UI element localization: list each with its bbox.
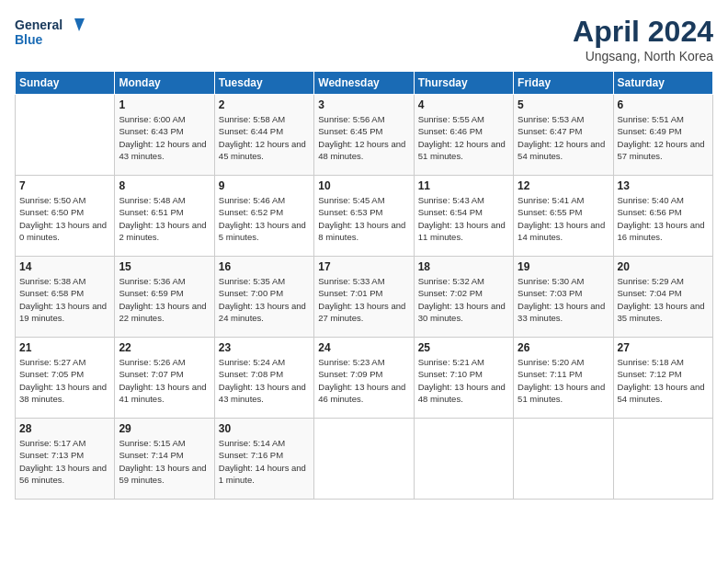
calendar-cell: 4 Sunrise: 5:55 AMSunset: 6:46 PMDayligh… — [414, 95, 513, 176]
location-subtitle: Ungsang, North Korea — [573, 49, 713, 63]
week-row-0: 1 Sunrise: 6:00 AMSunset: 6:43 PMDayligh… — [16, 95, 713, 176]
day-number: 10 — [318, 179, 409, 192]
calendar-cell: 6 Sunrise: 5:51 AMSunset: 6:49 PMDayligh… — [613, 95, 712, 176]
cell-info: Sunrise: 5:17 AMSunset: 7:13 PMDaylight:… — [19, 437, 110, 486]
cell-info: Sunrise: 5:21 AMSunset: 7:10 PMDaylight:… — [418, 356, 509, 405]
calendar-cell: 16 Sunrise: 5:35 AMSunset: 7:00 PMDaylig… — [214, 257, 313, 338]
calendar-cell: 5 Sunrise: 5:53 AMSunset: 6:47 PMDayligh… — [514, 95, 613, 176]
cell-info: Sunrise: 5:53 AMSunset: 6:47 PMDaylight:… — [518, 113, 609, 162]
day-number: 23 — [219, 341, 310, 354]
day-number: 16 — [219, 260, 310, 273]
cell-info: Sunrise: 5:26 AMSunset: 7:07 PMDaylight:… — [119, 356, 210, 405]
calendar-cell — [314, 419, 414, 500]
header-day-saturday: Saturday — [613, 72, 712, 95]
day-number: 15 — [119, 260, 210, 273]
calendar-cell: 11 Sunrise: 5:43 AMSunset: 6:54 PMDaylig… — [414, 176, 513, 257]
day-number: 17 — [318, 260, 409, 273]
cell-info: Sunrise: 5:29 AMSunset: 7:04 PMDaylight:… — [618, 275, 709, 324]
day-number: 8 — [119, 179, 210, 192]
calendar-cell: 25 Sunrise: 5:21 AMSunset: 7:10 PMDaylig… — [414, 338, 513, 419]
day-number: 6 — [618, 98, 709, 111]
day-number: 4 — [418, 98, 509, 111]
cell-info: Sunrise: 5:48 AMSunset: 6:51 PMDaylight:… — [119, 194, 210, 243]
calendar-cell: 2 Sunrise: 5:58 AMSunset: 6:44 PMDayligh… — [214, 95, 313, 176]
calendar-cell: 28 Sunrise: 5:17 AMSunset: 7:13 PMDaylig… — [16, 419, 115, 500]
calendar-cell: 26 Sunrise: 5:20 AMSunset: 7:11 PMDaylig… — [514, 338, 613, 419]
day-number: 21 — [19, 341, 110, 354]
cell-info: Sunrise: 5:56 AMSunset: 6:45 PMDaylight:… — [318, 113, 409, 162]
calendar-cell: 3 Sunrise: 5:56 AMSunset: 6:45 PMDayligh… — [314, 95, 414, 176]
cell-info: Sunrise: 5:50 AMSunset: 6:50 PMDaylight:… — [19, 194, 110, 243]
day-number: 22 — [119, 341, 210, 354]
cell-info: Sunrise: 5:23 AMSunset: 7:09 PMDaylight:… — [318, 356, 409, 405]
day-number: 25 — [418, 341, 509, 354]
day-number: 12 — [518, 179, 609, 192]
calendar-cell: 30 Sunrise: 5:14 AMSunset: 7:16 PMDaylig… — [214, 419, 313, 500]
day-number: 20 — [618, 260, 709, 273]
calendar-cell: 27 Sunrise: 5:18 AMSunset: 7:12 PMDaylig… — [613, 338, 712, 419]
week-row-4: 28 Sunrise: 5:17 AMSunset: 7:13 PMDaylig… — [16, 419, 713, 500]
day-number: 18 — [418, 260, 509, 273]
day-number: 19 — [518, 260, 609, 273]
calendar-cell — [16, 95, 115, 176]
header-day-friday: Friday — [514, 72, 613, 95]
cell-info: Sunrise: 5:24 AMSunset: 7:08 PMDaylight:… — [219, 356, 310, 405]
cell-info: Sunrise: 5:58 AMSunset: 6:44 PMDaylight:… — [219, 113, 310, 162]
calendar-cell: 18 Sunrise: 5:32 AMSunset: 7:02 PMDaylig… — [414, 257, 513, 338]
calendar-cell: 22 Sunrise: 5:26 AMSunset: 7:07 PMDaylig… — [115, 338, 214, 419]
page-header: General Blue April 2024 Ungsang, North K… — [15, 15, 713, 63]
day-number: 11 — [418, 179, 509, 192]
header-day-tuesday: Tuesday — [214, 72, 313, 95]
calendar-cell: 29 Sunrise: 5:15 AMSunset: 7:14 PMDaylig… — [115, 419, 214, 500]
svg-text:Blue: Blue — [15, 32, 43, 47]
cell-info: Sunrise: 5:43 AMSunset: 6:54 PMDaylight:… — [418, 194, 509, 243]
svg-text:General: General — [15, 17, 63, 32]
cell-info: Sunrise: 5:46 AMSunset: 6:52 PMDaylight:… — [219, 194, 310, 243]
cell-info: Sunrise: 5:41 AMSunset: 6:55 PMDaylight:… — [518, 194, 609, 243]
day-number: 7 — [19, 179, 110, 192]
cell-info: Sunrise: 5:40 AMSunset: 6:56 PMDaylight:… — [618, 194, 709, 243]
calendar-cell: 24 Sunrise: 5:23 AMSunset: 7:09 PMDaylig… — [314, 338, 414, 419]
calendar-cell: 17 Sunrise: 5:33 AMSunset: 7:01 PMDaylig… — [314, 257, 414, 338]
calendar-cell: 12 Sunrise: 5:41 AMSunset: 6:55 PMDaylig… — [514, 176, 613, 257]
cell-info: Sunrise: 5:33 AMSunset: 7:01 PMDaylight:… — [318, 275, 409, 324]
cell-info: Sunrise: 5:20 AMSunset: 7:11 PMDaylight:… — [518, 356, 609, 405]
calendar-table: SundayMondayTuesdayWednesdayThursdayFrid… — [15, 71, 713, 500]
week-row-3: 21 Sunrise: 5:27 AMSunset: 7:05 PMDaylig… — [16, 338, 713, 419]
cell-info: Sunrise: 5:51 AMSunset: 6:49 PMDaylight:… — [618, 113, 709, 162]
week-row-1: 7 Sunrise: 5:50 AMSunset: 6:50 PMDayligh… — [16, 176, 713, 257]
cell-info: Sunrise: 5:30 AMSunset: 7:03 PMDaylight:… — [518, 275, 609, 324]
day-number: 26 — [518, 341, 609, 354]
cell-info: Sunrise: 5:18 AMSunset: 7:12 PMDaylight:… — [618, 356, 709, 405]
day-number: 28 — [19, 422, 110, 435]
calendar-cell: 21 Sunrise: 5:27 AMSunset: 7:05 PMDaylig… — [16, 338, 115, 419]
title-block: April 2024 Ungsang, North Korea — [573, 15, 713, 63]
cell-info: Sunrise: 5:45 AMSunset: 6:53 PMDaylight:… — [318, 194, 409, 243]
day-number: 9 — [219, 179, 310, 192]
header-day-wednesday: Wednesday — [314, 72, 414, 95]
week-row-2: 14 Sunrise: 5:38 AMSunset: 6:58 PMDaylig… — [16, 257, 713, 338]
cell-info: Sunrise: 5:27 AMSunset: 7:05 PMDaylight:… — [19, 356, 110, 405]
calendar-cell: 20 Sunrise: 5:29 AMSunset: 7:04 PMDaylig… — [613, 257, 712, 338]
calendar-cell: 23 Sunrise: 5:24 AMSunset: 7:08 PMDaylig… — [214, 338, 313, 419]
calendar-cell: 14 Sunrise: 5:38 AMSunset: 6:58 PMDaylig… — [16, 257, 115, 338]
header-day-sunday: Sunday — [16, 72, 115, 95]
cell-info: Sunrise: 5:15 AMSunset: 7:14 PMDaylight:… — [119, 437, 210, 486]
calendar-cell: 9 Sunrise: 5:46 AMSunset: 6:52 PMDayligh… — [214, 176, 313, 257]
header-day-thursday: Thursday — [414, 72, 513, 95]
day-number: 27 — [618, 341, 709, 354]
calendar-cell — [613, 419, 712, 500]
day-number: 14 — [19, 260, 110, 273]
cell-info: Sunrise: 5:32 AMSunset: 7:02 PMDaylight:… — [418, 275, 509, 324]
day-number: 3 — [318, 98, 409, 111]
calendar-cell: 15 Sunrise: 5:36 AMSunset: 6:59 PMDaylig… — [115, 257, 214, 338]
cell-info: Sunrise: 5:55 AMSunset: 6:46 PMDaylight:… — [418, 113, 509, 162]
month-title: April 2024 — [573, 15, 713, 49]
logo-svg: General Blue — [15, 15, 88, 52]
header-day-monday: Monday — [115, 72, 214, 95]
day-number: 30 — [219, 422, 310, 435]
day-number: 13 — [618, 179, 709, 192]
cell-info: Sunrise: 5:14 AMSunset: 7:16 PMDaylight:… — [219, 437, 310, 486]
calendar-cell: 8 Sunrise: 5:48 AMSunset: 6:51 PMDayligh… — [115, 176, 214, 257]
day-number: 1 — [119, 98, 210, 111]
